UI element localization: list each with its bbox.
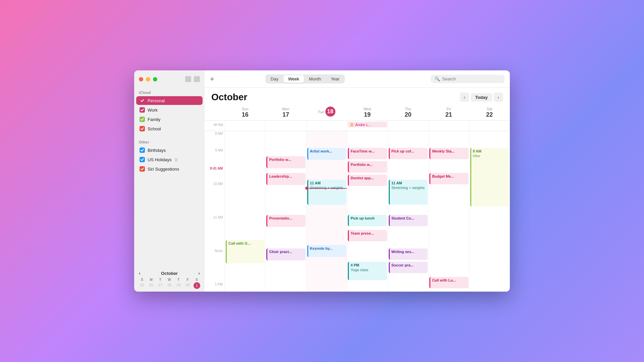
all-day-cell-mon (265, 121, 306, 131)
siri-check-icon (140, 166, 145, 172)
time-label-8am: 8 AM (205, 131, 225, 148)
personal-label: Personal (148, 98, 165, 103)
event-soccer-pra[interactable]: Soccer pra... (389, 262, 428, 273)
close-button[interactable] (139, 77, 143, 81)
sidebar-item-family[interactable]: Family (136, 115, 203, 124)
view-week-button[interactable]: Week (283, 75, 304, 83)
event-facetime[interactable]: FaceTime w... (348, 148, 387, 159)
event-presentation[interactable]: Presentatio... (266, 215, 305, 227)
calendar-header: October ‹ Today › (205, 88, 510, 105)
event-weekly-sta[interactable]: Weekly Sta... (429, 148, 468, 159)
time-label-9am: 9 AM (205, 148, 225, 165)
event-team-pres[interactable]: Team prese... (348, 230, 387, 241)
mini-cal-days-row[interactable]: 25 26 27 28 29 30 1 (138, 282, 201, 289)
current-time-line (307, 188, 347, 189)
mini-cal-day[interactable]: 30 (183, 282, 192, 289)
time-label-11am: 11 AM (205, 215, 225, 232)
event-yoga[interactable]: 4 PM Yoga class (348, 262, 387, 280)
work-check-icon (140, 107, 145, 113)
sidebar-item-holidays[interactable]: US Holidays )) (136, 155, 203, 164)
event-hike[interactable]: 9 AM Hike (470, 148, 509, 206)
event-writing-ses[interactable]: Writing ses... (389, 248, 428, 260)
day-column-thu: Pick up cof... 11 AM Stretching + weight… (388, 131, 428, 292)
sidebar-item-work[interactable]: Work (136, 106, 203, 114)
mini-cal-next[interactable]: › (198, 270, 200, 276)
day-headers-row: Sun 16 Mon 17 Tue 18 Wed 19 Thu 20 Fri 2… (205, 105, 510, 121)
mini-cal-day[interactable]: 27 (156, 282, 165, 289)
time-grid: 8 AM 9 AM 9:41 AM 10 AM 11 AM Noon 1 PM … (205, 131, 510, 292)
sidebar-item-birthdays[interactable]: Birthdays (136, 146, 203, 155)
birthdays-label: Birthdays (148, 148, 166, 153)
event-call-with-g[interactable]: Call with G... (226, 240, 265, 263)
siri-label: Siri Suggestions (148, 167, 179, 172)
prev-week-button[interactable]: ‹ (460, 93, 469, 102)
mini-cal-prev[interactable]: ‹ (139, 270, 141, 276)
inbox-icon[interactable] (194, 76, 200, 82)
event-portfolio-mon[interactable]: Portfolio w... (266, 156, 305, 168)
maximize-button[interactable] (153, 77, 157, 81)
time-label-noon: Noon (205, 248, 225, 265)
sidebar-item-personal[interactable]: Personal (136, 96, 203, 105)
family-check-icon (140, 117, 145, 122)
view-day-button[interactable]: Day (266, 75, 283, 83)
day-header-wed: Wed 19 (347, 105, 387, 120)
today-button[interactable]: Today (471, 93, 492, 102)
mini-cal-day[interactable]: 28 (165, 282, 174, 289)
toolbar: + Day Week Month Year 🔍 (205, 70, 510, 88)
mini-cal-month: October (161, 271, 178, 276)
event-keynote[interactable]: Keynote by... (307, 245, 346, 257)
view-month-button[interactable]: Month (304, 75, 326, 83)
event-artist-work[interactable]: Artist work... (307, 148, 346, 160)
event-pickup-cof[interactable]: Pick up cof... (389, 148, 428, 159)
icloud-section-label: iCloud (134, 88, 205, 96)
calendar-month-title: October (211, 92, 247, 103)
time-label-941: 9:41 AM (205, 165, 225, 181)
all-day-cell-sat (469, 121, 510, 131)
calendar-nav: ‹ Today › (460, 93, 503, 102)
birthdays-check-icon (140, 147, 145, 153)
event-stretching-tue[interactable]: 11 AM Stretching + weights (307, 180, 346, 205)
holidays-signal-icon: )) (175, 158, 177, 162)
mini-cal-day[interactable]: 25 (138, 282, 146, 289)
event-stretching-thu[interactable]: 11 AM Stretching + weights (389, 180, 428, 205)
school-label: School (148, 126, 161, 131)
search-input[interactable] (442, 76, 500, 81)
mini-calendar: ‹ October › SMTWTFS 25 26 27 28 29 30 1 (134, 267, 205, 292)
day-header-mon: Mon 17 (265, 105, 306, 120)
day-header-tue: Tue 18 (306, 105, 347, 120)
time-label-blank2 (205, 232, 225, 248)
all-day-event-andre[interactable]: 🎂Andre L... (348, 122, 387, 127)
sidebar-toggle-icon[interactable] (185, 76, 191, 82)
event-portfolio-wed[interactable]: Portfolio w... (348, 161, 387, 173)
sidebar-item-school[interactable]: School (136, 124, 203, 133)
mini-cal-day[interactable]: 26 (147, 282, 155, 289)
time-label-blank1 (205, 198, 225, 215)
holidays-check-icon (140, 157, 145, 162)
time-label-10am: 10 AM (205, 181, 225, 198)
mini-cal-today[interactable]: 1 (194, 282, 200, 289)
event-dentist[interactable]: Dentist app... (348, 175, 387, 186)
event-student-co[interactable]: Student Co... (389, 215, 428, 226)
view-year-button[interactable]: Year (326, 75, 344, 83)
event-budget-me[interactable]: Budget Me... (429, 173, 468, 184)
all-day-row: all-day 🎂Andre L... (205, 121, 510, 131)
sidebar-item-siri[interactable]: Siri Suggestions (136, 165, 203, 173)
add-event-button[interactable]: + (210, 75, 214, 83)
event-choir[interactable]: Choir pract... (266, 248, 305, 260)
calendar-window: iCloud Personal Work Family (134, 70, 510, 292)
time-labels-column: 8 AM 9 AM 9:41 AM 10 AM 11 AM Noon 1 PM … (205, 131, 225, 292)
event-call-lu[interactable]: Call with Lu... (429, 277, 468, 288)
day-header-sat: Sat 22 (469, 105, 510, 120)
mini-cal-day[interactable]: 29 (174, 282, 183, 289)
day-header-fri: Fri 21 (428, 105, 469, 120)
next-week-button[interactable]: › (494, 93, 503, 102)
personal-check-icon (140, 98, 145, 103)
mini-cal-dow-row: SMTWTFS (138, 278, 201, 282)
event-leadership[interactable]: Leadership... (266, 173, 305, 185)
event-pickup-lunch[interactable]: Pick up lunch (348, 215, 387, 226)
all-day-cell-fri (428, 121, 469, 131)
all-day-cell-wed[interactable]: 🎂Andre L... (347, 121, 387, 131)
minimize-button[interactable] (146, 77, 150, 81)
time-label-blank3 (205, 265, 225, 282)
search-bar[interactable]: 🔍 (431, 75, 504, 83)
